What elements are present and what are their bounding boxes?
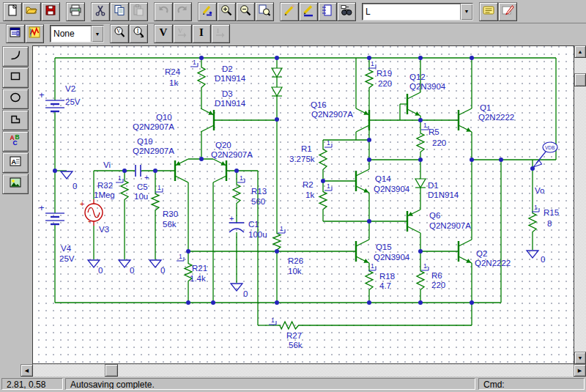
bias-i-button[interactable]: I <box>192 24 211 43</box>
print-icon <box>69 4 82 20</box>
open-button[interactable] <box>22 2 41 21</box>
component-label: Q10 <box>156 113 172 122</box>
horizontal-scroll-thumb[interactable] <box>105 364 118 377</box>
component-label: 56k <box>289 341 303 350</box>
pin-number-label: 1 <box>271 317 275 324</box>
analysis-combo-value[interactable]: None <box>51 29 91 39</box>
get-part-button[interactable] <box>337 2 356 21</box>
component-label: 220 <box>432 138 446 147</box>
labels-layer: V225V+V425V+0ViV3+-0R321Meg0C510u+R3056k… <box>39 59 559 350</box>
probe-v-icon: V <box>113 26 126 42</box>
save-button[interactable] <box>41 2 60 21</box>
component-label: + <box>229 214 234 223</box>
schematic-canvas[interactable]: V225V+V425V+0ViV3+-0R321Meg0C510u+R3056k… <box>32 45 574 364</box>
picture-tool-button[interactable] <box>2 174 29 194</box>
component-label: + <box>80 199 84 208</box>
component-label: 1k <box>169 78 178 87</box>
marker-v-button: V <box>173 24 192 43</box>
setup-button[interactable] <box>6 24 25 43</box>
component-label: Q2N3904 <box>374 185 410 193</box>
draw-bus-button[interactable] <box>299 2 318 21</box>
component-label: R27 <box>286 331 302 340</box>
component-label: 0 <box>98 266 103 275</box>
pin-number-label: 1 <box>240 174 243 182</box>
component-label: D1N914 <box>215 99 246 108</box>
pin-number-label: 1 <box>371 262 374 270</box>
pin-number-label: 1 <box>371 60 374 67</box>
component-label: Q2N2222 <box>475 259 511 267</box>
edit-symbol-button[interactable] <box>498 2 517 21</box>
ellipse-tool-button[interactable] <box>2 89 29 109</box>
chevron-down-icon[interactable]: ▼ <box>91 26 103 42</box>
chevron-down-icon[interactable]: ▼ <box>460 4 472 20</box>
component-label: R19 <box>377 69 392 78</box>
component-label: C5 <box>137 182 148 191</box>
svg-text:C: C <box>13 139 18 147</box>
schematic-drawing[interactable]: V225V+V425V+0ViV3+-0R321Meg0C510u+R3056k… <box>33 46 575 365</box>
component-label: 220 <box>431 281 445 289</box>
component-label: 0 <box>243 289 248 298</box>
probe-v-button[interactable]: V <box>110 24 129 43</box>
copy-icon <box>113 4 126 20</box>
zoom-out-button[interactable] <box>236 2 255 21</box>
probe-i-button[interactable]: I <box>129 24 148 43</box>
pin-number-label: 1 <box>193 59 196 66</box>
bias-i-icon: I <box>195 26 208 42</box>
component-label: + <box>39 202 45 213</box>
svg-text:V: V <box>178 27 183 34</box>
component-label: Q2 <box>476 249 487 258</box>
cut-button[interactable] <box>91 2 110 21</box>
pin-number-label: 1 <box>157 184 161 191</box>
probe-i-icon: I <box>132 26 145 42</box>
component-label: R13 <box>251 187 267 196</box>
component-label: 4.7 <box>379 281 391 290</box>
textbox-tool-button[interactable]: A <box>2 152 29 173</box>
marker-v-icon: V <box>176 26 189 42</box>
draw-wire-button[interactable] <box>280 2 299 21</box>
scroll-left-icon[interactable]: ◀ <box>21 364 33 377</box>
arc-tool-button[interactable] <box>2 46 29 67</box>
open-icon <box>25 4 38 20</box>
component-label: V2 <box>65 84 75 93</box>
pin-number-label: 1 <box>280 225 283 232</box>
polyline-tool-button[interactable] <box>2 110 29 130</box>
copy-button[interactable] <box>110 2 129 21</box>
scroll-right-icon[interactable]: ▶ <box>574 364 586 377</box>
scroll-down-icon[interactable]: ▼ <box>574 352 586 364</box>
horizontal-scrollbar[interactable]: ◀ ▶ <box>21 364 586 377</box>
zoom-in-icon <box>220 4 233 20</box>
print-button[interactable] <box>66 2 85 21</box>
vertical-scroll-thumb[interactable] <box>574 73 586 86</box>
new-button[interactable] <box>3 2 22 21</box>
zoom-in-button[interactable] <box>217 2 236 21</box>
abc-text-tool-button[interactable]: ABC <box>2 131 29 152</box>
toolbar-group <box>154 2 192 21</box>
draw-block-button[interactable] <box>318 2 337 21</box>
component-label: Q20 <box>215 141 231 149</box>
marker-i-icon: I <box>214 26 227 42</box>
command-field[interactable]: Cmd: <box>478 378 585 390</box>
edit-attributes-icon <box>482 4 495 20</box>
simulate-button[interactable] <box>25 24 44 43</box>
bias-v-button[interactable]: V <box>154 24 173 43</box>
component-label: V3 <box>99 225 109 234</box>
component-label: Q2N2907A <box>429 221 471 230</box>
part-name-combo-value[interactable]: L <box>363 7 460 17</box>
component-label: 560 <box>251 197 265 206</box>
component-label: D1 <box>428 181 439 190</box>
scroll-up-icon[interactable]: ▲ <box>574 45 586 58</box>
component-label: Vi <box>103 160 111 169</box>
analysis-combo[interactable]: None▼ <box>50 25 104 42</box>
svg-text:I: I <box>137 28 139 34</box>
paste-button <box>129 2 148 21</box>
component-label: R18 <box>379 272 395 281</box>
vertical-scrollbar[interactable]: ▲ ▼ <box>574 45 586 364</box>
zoom-area-button[interactable] <box>255 2 274 21</box>
pen-button[interactable] <box>198 2 217 21</box>
rectangle-tool-button[interactable] <box>2 67 29 88</box>
part-name-combo[interactable]: L▼ <box>362 3 473 21</box>
edit-attributes-button[interactable] <box>479 2 498 21</box>
component-label: 10u <box>134 192 148 201</box>
zoom-out-icon <box>239 4 252 20</box>
draw-block-icon <box>321 4 334 20</box>
